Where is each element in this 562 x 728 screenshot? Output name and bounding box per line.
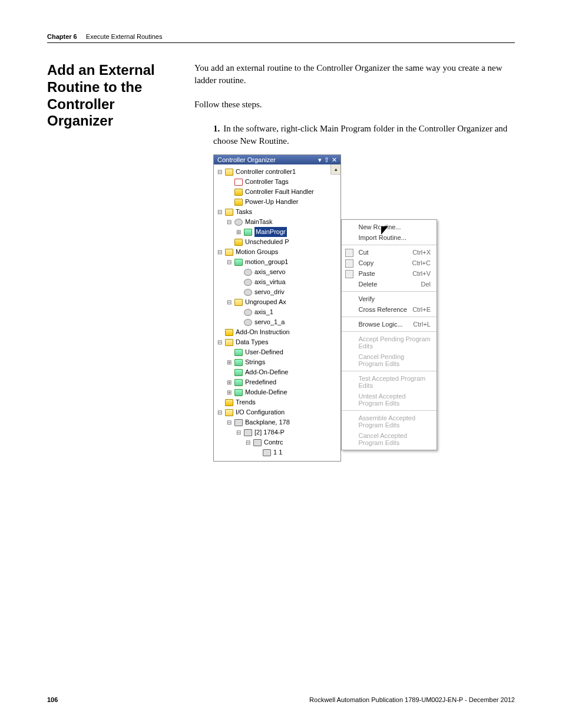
tree-fault[interactable]: Controller Fault Handler xyxy=(245,187,314,197)
tree-moddef[interactable]: Module-Define xyxy=(245,387,287,397)
menu-item-label: Paste xyxy=(358,270,375,277)
folder-icon xyxy=(225,399,233,406)
tree-motion[interactable]: Motion Groups xyxy=(236,247,278,257)
menu-item[interactable]: DeleteDel xyxy=(342,279,437,289)
organizer-pane: Controller Organizer ▾ ⇧ ✕ ▴ ⊟Controller… xyxy=(213,154,341,462)
axis-icon xyxy=(244,279,252,286)
menu-item-label: Assemble Accepted Program Edits xyxy=(358,414,431,429)
tree-tags[interactable]: Controller Tags xyxy=(245,177,289,187)
page-number: 106 xyxy=(47,696,58,703)
menu-item-label: Untest Accepted Program Edits xyxy=(358,393,431,407)
menu-item[interactable]: CutCtrl+X xyxy=(342,247,437,258)
menu-item-shortcut: Del xyxy=(421,281,431,288)
step-1-text: In the software, right-click Main Progra… xyxy=(213,124,507,146)
menu-item-label: Verify xyxy=(358,295,375,302)
menu-item-label: Browse Logic... xyxy=(358,321,402,328)
task-icon xyxy=(234,219,243,226)
tree-unscheduled[interactable]: Unscheduled P xyxy=(245,237,289,247)
datatype-icon xyxy=(234,359,243,366)
menu-item-label: Import Routine... xyxy=(358,234,406,241)
menu-item-shortcut: Ctrl+X xyxy=(412,249,431,256)
menu-item: Test Accepted Program Edits xyxy=(342,373,437,391)
menu-item: Cancel Accepted Program Edits xyxy=(342,430,437,448)
pane-title-text: Controller Organizer xyxy=(217,156,276,163)
module-icon xyxy=(244,429,252,436)
datatype-icon xyxy=(234,379,243,386)
tree-trends[interactable]: Trends xyxy=(236,397,256,407)
tree-powerup[interactable]: Power-Up Handler xyxy=(245,197,298,207)
tree-contrc[interactable]: Contrc xyxy=(264,437,283,447)
menu-item-shortcut: Ctrl+V xyxy=(412,270,431,277)
folder-open-icon xyxy=(225,249,233,256)
datatype-icon xyxy=(234,389,243,396)
tree-oneone[interactable]: 1 1 xyxy=(273,447,282,457)
menu-item: Untest Accepted Program Edits xyxy=(342,391,437,409)
tree-addondef[interactable]: Add-On-Define xyxy=(245,367,288,377)
tree-servo-driv[interactable]: servo_driv xyxy=(254,287,285,297)
menu-item[interactable]: PasteCtrl+V xyxy=(342,268,437,279)
menu-item-label: Test Accepted Program Edits xyxy=(358,375,431,389)
folder-open-icon xyxy=(225,209,233,216)
menu-item: Assemble Accepted Program Edits xyxy=(342,413,437,430)
tree-axis-virtual[interactable]: axis_virtua xyxy=(254,277,286,287)
tree-mainprog-selected[interactable]: MainProgr xyxy=(254,227,287,237)
menu-item-label: Cancel Accepted Program Edits xyxy=(358,432,431,446)
folder-open-icon xyxy=(225,409,233,416)
menu-item: Accept Pending Program Edits xyxy=(342,334,437,351)
axis-icon xyxy=(244,319,252,326)
tree-predef[interactable]: Predefined xyxy=(245,377,276,387)
header-rule xyxy=(47,42,515,43)
tree-ioconf[interactable]: I/O Configuration xyxy=(236,407,285,417)
scroll-up-icon[interactable]: ▴ xyxy=(330,164,340,174)
tree-axis-servo[interactable]: axis_servo xyxy=(254,267,286,277)
context-menu: New Routine...Import Routine...CutCtrl+X… xyxy=(341,219,437,450)
tree-tasks[interactable]: Tasks xyxy=(236,207,252,217)
dropdown-icon[interactable]: ▾ xyxy=(318,157,322,163)
running-head: Chapter 6 Execute External Routines xyxy=(47,33,515,40)
menu-item[interactable]: Import Routine... xyxy=(342,232,437,243)
chapter-label: Chapter 6 xyxy=(47,33,77,40)
tree-maintask[interactable]: MainTask xyxy=(245,217,272,227)
close-icon[interactable]: ✕ xyxy=(332,157,337,163)
tree-ungrouped[interactable]: Ungrouped Ax xyxy=(245,297,286,307)
folder-icon xyxy=(225,329,233,336)
menu-item-label: Cut xyxy=(358,249,368,256)
folder-icon xyxy=(234,189,243,196)
folder-icon xyxy=(234,239,243,246)
menu-item-label: Delete xyxy=(358,281,377,288)
follow-steps: Follow these steps. xyxy=(194,98,515,111)
step-1-number: 1. xyxy=(213,124,220,133)
menu-item-shortcut: Ctrl+C xyxy=(412,259,431,266)
tree-userdef[interactable]: User-Defined xyxy=(245,347,283,357)
footer: 106 Rockwell Automation Publication 1789… xyxy=(47,696,515,703)
chapter-title: Execute External Routines xyxy=(86,33,163,40)
tree-axis1[interactable]: axis_1 xyxy=(254,307,273,317)
menu-item[interactable]: New Routine... xyxy=(342,222,437,232)
step-1: 1.In the software, right-click Main Prog… xyxy=(213,123,515,147)
tree-datatypes[interactable]: Data Types xyxy=(236,337,268,347)
tree-controller[interactable]: Controller controller1 xyxy=(236,167,296,177)
tags-icon xyxy=(234,179,243,186)
tree-addon[interactable]: Add-On Instruction xyxy=(236,327,290,337)
tree-slot2[interactable]: [2] 1784-P xyxy=(254,427,285,437)
menu-item-label: Cross Reference xyxy=(358,306,407,313)
datatype-icon xyxy=(234,369,243,376)
folder-open-icon xyxy=(234,299,243,306)
menu-item-label: Copy xyxy=(358,259,373,266)
tree-strings[interactable]: Strings xyxy=(245,357,265,367)
folder-open-icon xyxy=(225,339,233,346)
menu-item[interactable]: Cross ReferenceCtrl+E xyxy=(342,304,437,315)
menu-item[interactable]: CopyCtrl+C xyxy=(342,258,437,268)
section-heading: Add an External Routine to the Controlle… xyxy=(47,62,184,130)
axis-icon xyxy=(244,269,252,276)
menu-item[interactable]: Verify xyxy=(342,294,437,304)
tree-servo-1a[interactable]: servo_1_a xyxy=(254,317,285,327)
datatype-icon xyxy=(234,349,243,356)
menu-item-label: Accept Pending Program Edits xyxy=(358,335,431,350)
pin-icon[interactable]: ⇧ xyxy=(324,157,329,163)
tree-backplane[interactable]: Backplane, 178 xyxy=(245,417,290,427)
menu-item[interactable]: Browse Logic...Ctrl+L xyxy=(342,319,437,330)
folder-open-icon xyxy=(225,169,233,176)
tree-mgroup1[interactable]: motion_group1 xyxy=(245,257,288,267)
tree[interactable]: ▴ ⊟Controller controller1 Controller Tag… xyxy=(214,164,340,461)
